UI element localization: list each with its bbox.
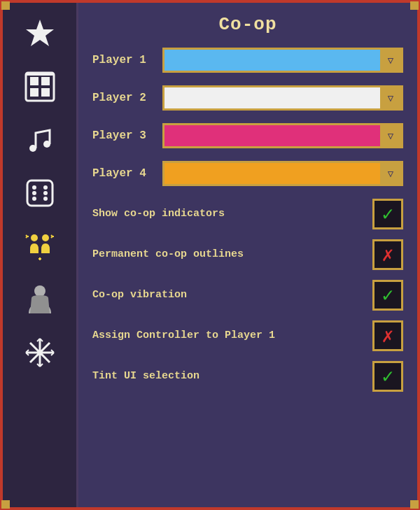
- svg-point-11: [43, 185, 48, 190]
- page-title: Co-op: [78, 3, 417, 42]
- toggle-row-vibration: Co-op vibration✓: [92, 280, 403, 311]
- corner-decoration-tr: [410, 1, 419, 10]
- svg-point-15: [43, 191, 48, 195]
- player4-label: Player 4: [92, 167, 162, 180]
- svg-marker-0: [26, 20, 54, 46]
- permanent-outlines-checkbox[interactable]: ✗: [372, 239, 403, 270]
- permanent-outlines-label: Permanent co-op outlines: [92, 248, 372, 262]
- player2-color-dropdown[interactable]: [162, 85, 403, 111]
- player2-dropdown-arrow[interactable]: [380, 87, 401, 108]
- toggle-row-permanent-outlines: Permanent co-op outlines✗: [92, 239, 403, 270]
- show-indicators-checkbox[interactable]: ✓: [372, 199, 403, 229]
- svg-point-10: [32, 185, 36, 190]
- svg-point-14: [32, 191, 36, 195]
- player3-color-fill: [164, 125, 380, 146]
- permanent-outlines-checkmark: ✗: [382, 243, 394, 267]
- player3-color-dropdown[interactable]: [162, 123, 403, 148]
- app-window: Co-op Player 1Player 2Player 3Player 4 S…: [0, 0, 420, 510]
- svg-point-23: [37, 350, 43, 355]
- svg-rect-9: [27, 180, 52, 206]
- sidebar-item-advanced[interactable]: [16, 329, 64, 376]
- player3-dropdown-arrow[interactable]: [380, 125, 401, 146]
- player-row-player4: Player 4: [92, 161, 403, 186]
- sidebar-item-audio[interactable]: [16, 116, 64, 164]
- toggle-row-assign-controller: Assign Controller to Player 1✗: [92, 320, 403, 351]
- display-icon: [23, 70, 57, 104]
- snowflake-icon: [23, 336, 57, 369]
- svg-rect-2: [30, 77, 38, 85]
- svg-point-7: [29, 145, 36, 152]
- star-icon: [23, 17, 57, 50]
- player3-label: Player 3: [92, 129, 162, 142]
- main-panel: Co-op Player 1Player 2Player 3Player 4 S…: [78, 3, 417, 507]
- content-area[interactable]: Player 1Player 2Player 3Player 4 Show co…: [78, 42, 417, 507]
- player-row-player2: Player 2: [92, 85, 403, 111]
- svg-rect-5: [41, 88, 50, 97]
- player1-dropdown-arrow[interactable]: [380, 50, 401, 71]
- corner-decoration-bl: [1, 500, 10, 509]
- sidebar-item-coop[interactable]: [16, 222, 64, 270]
- show-indicators-label: Show co-op indicators: [92, 207, 372, 221]
- tint-ui-label: Tint UI selection: [92, 369, 372, 383]
- sidebar-item-display[interactable]: [16, 63, 64, 111]
- svg-rect-3: [41, 77, 50, 85]
- player1-label: Player 1: [92, 54, 162, 66]
- coop-icon: [23, 229, 57, 263]
- sidebar: [3, 3, 78, 507]
- player2-label: Player 2: [92, 92, 162, 104]
- tint-ui-checkbox[interactable]: ✓: [372, 361, 403, 392]
- sidebar-item-profile[interactable]: [16, 276, 64, 323]
- assign-controller-checkbox[interactable]: ✗: [372, 320, 403, 351]
- player-row-player1: Player 1: [92, 48, 403, 73]
- toggle-row-tint-ui: Tint UI selection✓: [92, 361, 403, 392]
- svg-point-13: [43, 197, 48, 201]
- svg-point-8: [43, 141, 50, 148]
- player-row-player3: Player 3: [92, 123, 403, 148]
- tint-ui-checkmark: ✓: [382, 364, 394, 388]
- sidebar-item-gameplay[interactable]: [16, 169, 64, 217]
- sidebar-item-favorites[interactable]: [16, 10, 64, 57]
- svg-point-12: [32, 197, 36, 201]
- vibration-checkmark: ✓: [382, 283, 394, 307]
- svg-point-18: [34, 285, 46, 297]
- player4-color-fill: [164, 163, 380, 184]
- assign-controller-checkmark: ✗: [382, 324, 394, 348]
- player1-color-dropdown[interactable]: [162, 48, 403, 73]
- show-indicators-checkmark: ✓: [382, 202, 394, 226]
- vibration-label: Co-op vibration: [92, 288, 372, 302]
- svg-rect-6: [26, 73, 54, 76]
- svg-rect-4: [30, 88, 38, 97]
- toggle-row-show-indicators: Show co-op indicators✓: [92, 199, 403, 229]
- svg-point-17: [42, 234, 49, 241]
- person-icon: [23, 283, 57, 316]
- svg-point-16: [31, 234, 38, 241]
- player4-color-dropdown[interactable]: [162, 161, 403, 186]
- music-icon: [23, 123, 57, 157]
- assign-controller-label: Assign Controller to Player 1: [92, 329, 372, 343]
- player1-color-fill: [164, 50, 380, 71]
- player4-dropdown-arrow[interactable]: [380, 163, 401, 184]
- dice-icon: [23, 176, 57, 210]
- vibration-checkbox[interactable]: ✓: [372, 280, 403, 311]
- player2-color-fill: [164, 87, 380, 108]
